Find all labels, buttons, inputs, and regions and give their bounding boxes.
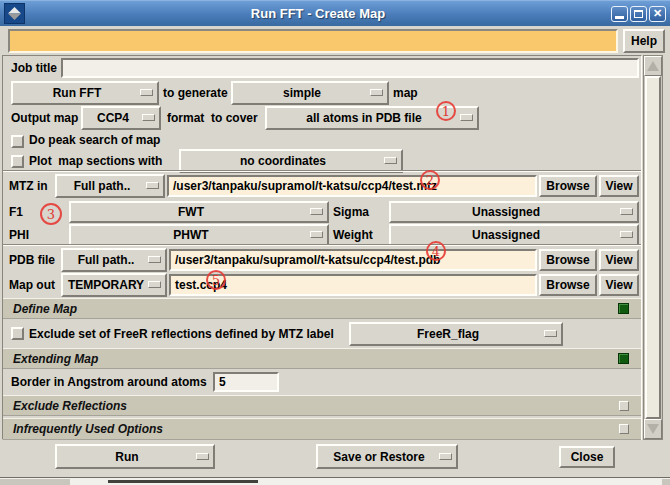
arrow-down-icon	[647, 424, 659, 434]
phi-menubutton[interactable]: PHWT	[69, 224, 329, 246]
menu-dash-icon	[196, 453, 209, 460]
save-or-restore-menubutton[interactable]: Save or Restore	[316, 444, 458, 469]
border-input[interactable]: 5	[213, 372, 279, 392]
diamond-icon	[8, 7, 21, 20]
mtz-path-input[interactable]: /user3/tanpaku/supramol/t-katsu/ccp4/tes…	[167, 175, 537, 197]
pdb-file-label: PDB file	[9, 248, 55, 272]
peak-search-checkbox[interactable]	[11, 135, 24, 148]
phi-label: PHI	[9, 224, 29, 246]
pdb-view-button[interactable]: View	[599, 249, 639, 271]
section-closed-indicator-icon[interactable]	[619, 401, 629, 411]
menu-dash-icon	[148, 281, 161, 288]
weight-menubutton[interactable]: Unassigned	[389, 224, 639, 246]
titlebar[interactable]: Run FFT - Create Map ✕	[0, 0, 670, 26]
to-generate-label: to generate	[163, 81, 228, 105]
maximize-icon	[634, 10, 643, 18]
maximize-button[interactable]	[630, 6, 647, 22]
annotation-circle-5: 5	[206, 270, 226, 290]
menu-dash-icon	[310, 231, 323, 238]
section-open-indicator-icon[interactable]	[618, 353, 629, 364]
pdb-path-mode-menubutton[interactable]: Full path..	[61, 248, 167, 272]
menu-dash-icon	[140, 89, 153, 96]
freer-label: Exclude set of FreeR reflections defined…	[29, 322, 334, 346]
section-exclude-reflections[interactable]: Exclude Reflections	[3, 395, 641, 416]
mtz-browse-button[interactable]: Browse	[539, 175, 597, 197]
map-type-menubutton[interactable]: simple	[231, 81, 389, 105]
form-area: Job title Run FFT to generate simple map…	[2, 55, 642, 440]
annotation-circle-1: 1	[436, 101, 456, 121]
close-icon: ✕	[653, 8, 662, 19]
annotation-circle-2: 2	[420, 170, 440, 190]
border-label: Border in Angstrom around atoms	[11, 371, 207, 393]
vertical-scrollbar[interactable]	[643, 55, 663, 440]
format-to-cover-label: format to cover	[167, 106, 258, 130]
mtz-in-label: MTZ in	[9, 174, 48, 198]
mtz-view-button[interactable]: View	[599, 175, 639, 197]
background-window-fragment	[662, 479, 670, 485]
section-extending-map[interactable]: Extending Map	[3, 348, 641, 369]
map-out-view-button[interactable]: View	[599, 274, 639, 296]
freer-menubutton[interactable]: FreeR_flag	[349, 322, 563, 346]
menu-dash-icon	[544, 330, 557, 337]
weight-label: Weight	[333, 224, 373, 246]
map-out-browse-button[interactable]: Browse	[539, 274, 597, 296]
pdb-path-input[interactable]: /user3/tanpaku/supramol/t-katsu/ccp4/tes…	[169, 249, 537, 271]
close-dialog-button[interactable]: Close	[559, 446, 615, 468]
menu-dash-icon	[142, 114, 155, 121]
annotation-circle-4: 4	[426, 241, 446, 261]
sigma-label: Sigma	[333, 201, 369, 223]
menu-dash-icon	[460, 114, 473, 121]
window-menu-icon[interactable]	[4, 3, 25, 24]
background-window-fragment	[108, 480, 258, 483]
menu-dash-icon	[148, 256, 161, 263]
section-open-indicator-icon[interactable]	[618, 303, 629, 314]
format-menubutton[interactable]: CCP4	[81, 106, 161, 130]
scroll-down-button[interactable]	[644, 419, 662, 439]
minimize-icon	[615, 16, 624, 19]
map-out-label: Map out	[9, 273, 55, 297]
menu-dash-icon	[370, 89, 383, 96]
f1-menubutton[interactable]: FWT	[69, 201, 329, 223]
run-menubutton[interactable]: Run	[55, 444, 215, 469]
f1-label: F1	[9, 201, 23, 223]
separator	[3, 244, 641, 246]
window-title: Run FFT - Create Map	[25, 6, 611, 21]
scrollbar-thumb[interactable]	[645, 76, 661, 419]
arrow-up-icon	[647, 61, 659, 71]
pdb-browse-button[interactable]: Browse	[539, 249, 597, 271]
minimize-button[interactable]	[611, 6, 628, 22]
mtz-path-mode-menubutton[interactable]: Full path..	[55, 174, 165, 198]
section-infrequently-used[interactable]: Infrequently Used Options	[3, 418, 641, 440]
section-define-map[interactable]: Define Map	[3, 298, 641, 319]
freer-checkbox[interactable]	[11, 327, 24, 340]
menu-dash-icon	[310, 208, 323, 215]
map-out-mode-menubutton[interactable]: TEMPORARY	[61, 273, 167, 297]
job-title-input[interactable]	[61, 58, 639, 78]
plot-sections-checkbox[interactable]	[11, 155, 24, 168]
annotation-circle-3: 3	[40, 203, 62, 225]
menu-dash-icon	[439, 453, 452, 460]
section-closed-indicator-icon[interactable]	[619, 424, 629, 434]
job-title-label: Job title	[11, 58, 57, 78]
background-window-strip	[0, 478, 670, 485]
peak-search-label: Do peak search of map	[29, 130, 160, 150]
menu-dash-icon	[620, 231, 633, 238]
background-window-fragment	[0, 479, 70, 485]
menu-dash-icon	[384, 157, 397, 164]
close-button[interactable]: ✕	[649, 6, 666, 22]
task-menubutton[interactable]: Run FFT	[11, 81, 159, 105]
menu-dash-icon	[620, 208, 633, 215]
message-bar	[8, 29, 618, 53]
run-fft-window: Run FFT - Create Map ✕ Help Job title Ru…	[0, 0, 670, 478]
sigma-menubutton[interactable]: Unassigned	[389, 201, 639, 223]
scroll-up-button[interactable]	[644, 56, 662, 76]
map-label: map	[393, 81, 418, 105]
help-button[interactable]: Help	[623, 29, 665, 53]
menu-dash-icon	[146, 182, 159, 189]
separator	[3, 170, 641, 172]
